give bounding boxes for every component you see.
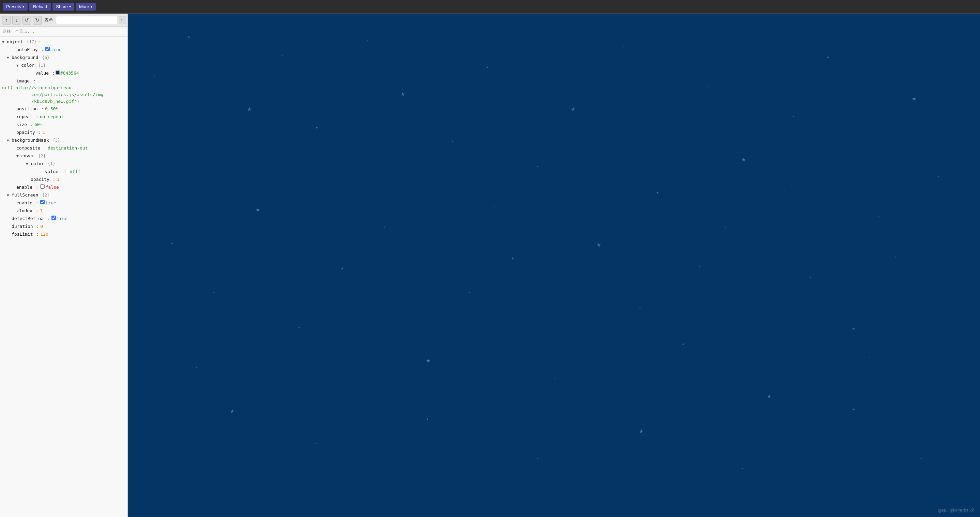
tree-row-image[interactable]: image : url('http://vincentgarreau. com/… [0,77,127,105]
toggle-background[interactable]: ▼ [7,54,11,61]
star-icon: ★ [256,205,260,214]
share-label: Share [56,4,68,9]
tree-row-object[interactable]: ▼ object {17} ⚠ [0,38,127,46]
tree-row-repeat[interactable]: repeat : no-repeat [0,113,127,121]
star-icon: ★ [469,290,470,294]
tree-row-fpslimit[interactable]: fpsLimit : 120 [0,231,127,238]
key-composite: composite [16,145,40,152]
presets-caret-icon: ▾ [22,5,24,8]
toggle-fullscreen[interactable]: ▼ [7,192,11,199]
key-object: object [7,38,23,45]
tree-row-fullscreen[interactable]: ▼ fullScreen {2} [0,192,127,199]
undo-button[interactable]: ↺ [22,16,31,25]
tree-row-size[interactable]: size : 60% [0,121,127,129]
tree-row-color[interactable]: ▼ color {1} [0,62,127,70]
count-cover-color: {1} [45,160,55,167]
tree-row-mask-enable[interactable]: enable : false [0,184,127,192]
star-icon: ★ [341,265,344,271]
toggle-cover-opacity [26,176,31,183]
presets-button[interactable]: Presets ▾ [3,3,28,11]
star-icon: ★ [784,190,785,192]
tree-row-position[interactable]: position : 0 50% [0,105,127,113]
star-icon: ★ [622,44,624,48]
nav-up-button[interactable]: ↑ [2,16,11,25]
toggle-cover-color[interactable]: ▼ [26,161,31,168]
star-icon: ★ [554,376,556,379]
toggle-cover[interactable]: ▼ [16,153,21,160]
key-cover-opacity: opacity [31,176,49,183]
more-label: More [79,4,89,9]
checkbox-detectretina[interactable] [51,216,56,220]
node-selector[interactable]: 选择一个节点... [0,27,127,37]
search-dropdown-button[interactable]: ▾ [119,16,126,24]
tree-row-backgroundmask[interactable]: ▼ backgroundMask {3} [0,136,127,144]
val-position: 0 50% [45,106,58,113]
redo-button[interactable]: ↻ [33,16,41,25]
tree-row-background[interactable]: ▼ background {6} [0,54,127,62]
val-cover-color: #fff [70,168,80,175]
color-swatch-bg[interactable] [56,70,60,75]
val-image: url('http://vincentgarreau. com/particle… [2,84,103,105]
key-cover-color: color [31,160,44,167]
toggle-backgroundmask[interactable]: ▼ [7,137,11,144]
toggle-composite [11,145,16,152]
toggle-color[interactable]: ▼ [16,62,21,69]
checkbox-fs-enable[interactable] [40,200,45,205]
search-input[interactable] [56,16,117,24]
star-icon: ★ [571,104,576,113]
tree-row-autoplay[interactable]: autoPlay : true [0,46,127,54]
key-bg-opacity: opacity [16,129,35,136]
count-fullscreen: {2} [40,192,49,198]
main-area: ↑ ↓ ↺ ↻ 表单 ▾ 选择一个节点... ▼ object {17} ⚠ [0,14,980,517]
tree-row-composite[interactable]: composite : destination-out [0,144,127,152]
star-icon: ★ [869,356,870,358]
node-selector-text: 选择一个节点... [3,29,35,34]
color-swatch-cover[interactable] [65,169,69,173]
star-icon: ★ [597,240,601,249]
tree-row-zindex[interactable]: zIndex : 1 [0,207,127,215]
toggle-bg-val [31,70,35,77]
key-fpslimit: fpsLimit [11,231,33,238]
star-icon: ★ [656,190,659,195]
key-fullscreen: fullScreen [11,192,38,198]
star-icon: ★ [366,391,368,393]
tree-row-duration[interactable]: duration : 0 [0,223,127,231]
star-icon: ★ [792,114,794,118]
key-color: color [21,62,34,69]
star-icon: ★ [400,89,405,98]
checkbox-mask-enable[interactable] [40,184,45,189]
tree-row-cover-color[interactable]: ▼ color {1} [0,160,127,168]
tree-row-detectretina[interactable]: detectRetina : true [0,215,127,223]
val-cover-opacity: 1 [57,176,59,183]
toggle-bg-opacity [11,129,16,136]
tree-row-cover-opacity[interactable]: opacity : 1 [0,176,127,184]
checkbox-autoplay[interactable] [45,47,50,51]
star-icon: ★ [315,441,317,445]
star-icon: ★ [912,94,916,103]
share-button[interactable]: Share ▾ [52,3,74,11]
key-autoplay: autoPlay [16,46,38,53]
star-icon: ★ [452,140,453,143]
star-icon: ★ [682,341,684,346]
star-icon: ★ [494,205,495,207]
tree-row-cover[interactable]: ▼ cover {2} [0,152,127,160]
nav-down-button[interactable]: ↓ [12,16,21,25]
val-size: 60% [34,121,42,128]
val-fs-enable: true [46,200,56,206]
val-repeat: no-repeat [40,113,64,120]
tree-row-bg-opacity[interactable]: opacity : 1 [0,129,127,136]
tree-row-cover-color-value[interactable]: value : #fff [0,168,127,176]
star-icon: ★ [699,265,700,267]
toggle-mask-enable [11,184,16,191]
star-icon: ★ [426,356,430,365]
reload-label: Reload [33,4,47,9]
star-icon: ★ [247,104,251,113]
left-panel: ↑ ↓ ↺ ↻ 表单 ▾ 选择一个节点... ▼ object {17} ⚠ [0,14,128,517]
reload-button[interactable]: Reload [29,3,51,11]
star-icon: ★ [281,54,283,57]
toggle-object[interactable]: ▼ [2,39,7,46]
star-icon: ★ [852,325,855,331]
tree-row-bg-color-value[interactable]: value : #043564 [0,70,127,77]
tree-row-fullscreen-enable[interactable]: enable : true [0,199,127,207]
more-button[interactable]: More ▾ [76,3,96,11]
